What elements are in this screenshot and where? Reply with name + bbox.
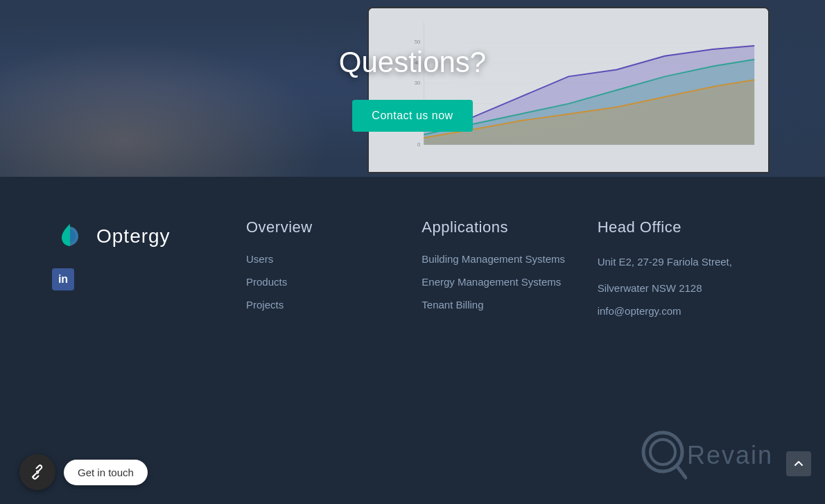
brand-logo: Optergy bbox=[52, 218, 246, 254]
email-link[interactable]: info@optergy.com bbox=[598, 305, 681, 317]
svg-text:0: 0 bbox=[417, 141, 421, 148]
footer-brand-column: Optergy in bbox=[52, 218, 246, 476]
address-line2: Silverwater NSW 2128 bbox=[598, 279, 773, 297]
hero-content: Questions? Contact us now bbox=[339, 46, 486, 132]
hero-title: Questions? bbox=[339, 46, 486, 79]
overview-link-projects[interactable]: Projects bbox=[246, 299, 422, 311]
revain-icon bbox=[639, 428, 687, 483]
revain-text: Revain bbox=[687, 441, 773, 470]
overview-heading: Overview bbox=[246, 218, 422, 236]
app-link-bms[interactable]: Building Management Systems bbox=[422, 253, 597, 265]
get-in-touch-circle-button[interactable] bbox=[19, 454, 55, 490]
link-icon bbox=[30, 464, 45, 480]
footer-overview-column: Overview Users Products Projects bbox=[246, 218, 422, 476]
revain-logo: Revain bbox=[639, 428, 773, 483]
address-line1: Unit E2, 27-29 Fariola Street, bbox=[598, 253, 773, 271]
svg-point-16 bbox=[650, 440, 675, 464]
applications-heading: Applications bbox=[422, 218, 597, 236]
svg-line-17 bbox=[677, 466, 686, 478]
scroll-to-top-button[interactable] bbox=[786, 451, 811, 476]
contact-us-button[interactable]: Contact us now bbox=[352, 100, 472, 132]
linkedin-icon[interactable]: in bbox=[52, 268, 74, 290]
overview-link-users[interactable]: Users bbox=[246, 253, 422, 265]
app-link-tenant[interactable]: Tenant Billing bbox=[422, 299, 597, 311]
overview-link-products[interactable]: Products bbox=[246, 276, 422, 288]
linkedin-symbol: in bbox=[58, 273, 68, 286]
footer-applications-column: Applications Building Management Systems… bbox=[422, 218, 597, 476]
head-office-heading: Head Office bbox=[598, 218, 773, 236]
optergy-logo-icon bbox=[52, 218, 88, 254]
get-in-touch-container: Get in touch bbox=[19, 454, 148, 490]
get-in-touch-label[interactable]: Get in touch bbox=[64, 460, 148, 485]
app-link-ems[interactable]: Energy Management Systems bbox=[422, 276, 597, 288]
brand-name-text: Optergy bbox=[96, 225, 171, 247]
hero-section: 0 10 20 30 40 50 Questions? Contact us n… bbox=[0, 0, 825, 177]
svg-text:50: 50 bbox=[415, 39, 421, 45]
